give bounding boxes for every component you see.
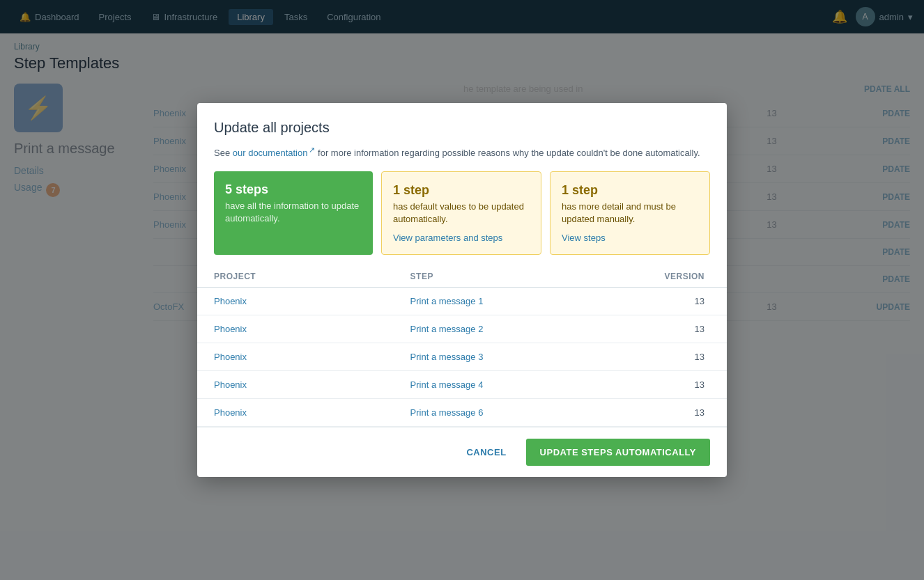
modal-table: Project Step Version Phoenix Print a mes…: [197, 266, 727, 427]
modal-header: Update all projects See our documentatio…: [197, 103, 727, 171]
view-parameters-link[interactable]: View parameters and steps: [393, 233, 530, 243]
table-row: Phoenix Print a message 1 13: [197, 288, 727, 315]
stat-card-auto-desc: have all the information to update autom…: [225, 200, 362, 225]
documentation-link[interactable]: our documentation↗: [233, 148, 316, 158]
step-link[interactable]: Print a message 1: [410, 296, 484, 306]
table-header: Project Step Version: [197, 266, 727, 288]
project-link[interactable]: Phoenix: [214, 352, 247, 362]
modal-footer: CANCEL UPDATE STEPS AUTOMATICALLY: [197, 427, 727, 477]
stat-card-defaults: 1 step has default values to be updated …: [381, 171, 541, 255]
modal-overlay: Update all projects See our documentatio…: [0, 0, 924, 580]
step-link[interactable]: Print a message 6: [410, 407, 484, 418]
view-steps-link[interactable]: View steps: [562, 233, 698, 243]
project-link[interactable]: Phoenix: [214, 296, 247, 306]
table-row: Phoenix Print a message 4 13: [197, 371, 727, 399]
stat-card-auto: 5 steps have all the information to upda…: [214, 171, 373, 255]
cell-project: Phoenix: [214, 379, 410, 390]
cell-version: 13: [606, 296, 710, 306]
stat-card-manual-desc: has more detail and must be updated manu…: [562, 201, 698, 226]
cell-step: Print a message 3: [410, 352, 607, 362]
project-link[interactable]: Phoenix: [214, 379, 247, 390]
cell-project: Phoenix: [214, 352, 410, 362]
stat-cards-container: 5 steps have all the information to upda…: [197, 171, 727, 266]
modal-title: Update all projects: [214, 120, 710, 136]
cell-step: Print a message 1: [410, 296, 607, 306]
cell-version: 13: [606, 324, 710, 334]
table-row: Phoenix Print a message 6 13: [197, 399, 727, 427]
col-header-project: Project: [214, 272, 410, 281]
step-link[interactable]: Print a message 3: [410, 352, 484, 362]
cell-step: Print a message 2: [410, 324, 607, 334]
cell-step: Print a message 6: [410, 407, 607, 418]
stat-card-defaults-count: 1 step: [393, 183, 530, 198]
cell-project: Phoenix: [214, 407, 410, 418]
col-header-version: Version: [606, 272, 710, 281]
project-link[interactable]: Phoenix: [214, 324, 247, 334]
stat-card-manual-count: 1 step: [562, 183, 698, 198]
project-link[interactable]: Phoenix: [214, 407, 247, 418]
stat-card-auto-count: 5 steps: [225, 182, 362, 197]
cancel-button[interactable]: CANCEL: [455, 440, 517, 464]
update-steps-button[interactable]: UPDATE STEPS AUTOMATICALLY: [526, 439, 710, 466]
col-header-step: Step: [410, 272, 607, 281]
step-link[interactable]: Print a message 4: [410, 379, 484, 390]
cell-version: 13: [606, 379, 710, 390]
stat-card-manual: 1 step has more detail and must be updat…: [550, 171, 710, 255]
cell-project: Phoenix: [214, 296, 410, 306]
stat-card-defaults-desc: has default values to be updated automat…: [393, 201, 530, 226]
cell-step: Print a message 4: [410, 379, 607, 390]
cell-project: Phoenix: [214, 324, 410, 334]
cell-version: 13: [606, 407, 710, 418]
table-row: Phoenix Print a message 3 13: [197, 343, 727, 371]
cell-version: 13: [606, 352, 710, 362]
table-body: Phoenix Print a message 1 13 Phoenix Pri…: [197, 288, 727, 427]
step-link[interactable]: Print a message 2: [410, 324, 484, 334]
update-modal: Update all projects See our documentatio…: [197, 103, 727, 477]
modal-description: See our documentation↗ for more informat…: [214, 144, 710, 160]
table-row: Phoenix Print a message 2 13: [197, 315, 727, 343]
